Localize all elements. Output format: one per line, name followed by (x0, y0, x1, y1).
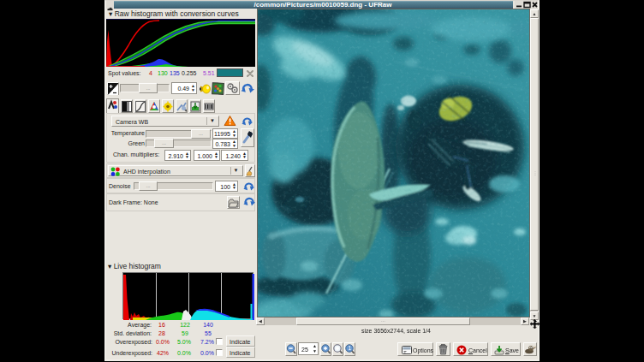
svg-text:1: 1 (348, 345, 351, 351)
